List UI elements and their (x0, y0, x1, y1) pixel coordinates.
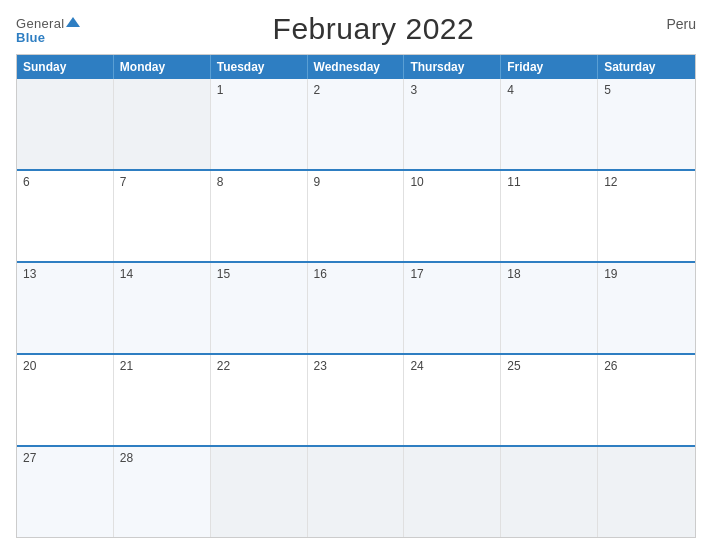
day-number: 9 (314, 175, 398, 189)
calendar-cell: 3 (404, 79, 501, 169)
header-day-monday: Monday (114, 55, 211, 79)
calendar-cell: 7 (114, 171, 211, 261)
page: General Blue February 2022 Peru SundayMo… (0, 0, 712, 550)
calendar-cell: 27 (17, 447, 114, 537)
calendar-cell: 16 (308, 263, 405, 353)
calendar-cell: 5 (598, 79, 695, 169)
day-number: 5 (604, 83, 689, 97)
day-number: 16 (314, 267, 398, 281)
calendar-cell: 28 (114, 447, 211, 537)
calendar-cell: 24 (404, 355, 501, 445)
calendar-cell: 6 (17, 171, 114, 261)
day-number: 17 (410, 267, 494, 281)
calendar-cell (114, 79, 211, 169)
day-number: 23 (314, 359, 398, 373)
day-number: 2 (314, 83, 398, 97)
calendar-cell: 23 (308, 355, 405, 445)
calendar-cell (404, 447, 501, 537)
calendar-cell: 22 (211, 355, 308, 445)
calendar-cell: 12 (598, 171, 695, 261)
day-number: 10 (410, 175, 494, 189)
calendar-cell: 11 (501, 171, 598, 261)
calendar-cell: 9 (308, 171, 405, 261)
day-number: 6 (23, 175, 107, 189)
day-number: 18 (507, 267, 591, 281)
logo: General Blue (16, 15, 80, 44)
calendar-cell: 20 (17, 355, 114, 445)
day-number: 27 (23, 451, 107, 465)
day-number: 14 (120, 267, 204, 281)
day-number: 1 (217, 83, 301, 97)
logo-general-text: General (16, 15, 80, 31)
calendar-cell (501, 447, 598, 537)
calendar-week-2: 6789101112 (17, 171, 695, 263)
logo-triangle-icon (66, 17, 80, 27)
day-number: 4 (507, 83, 591, 97)
day-number: 15 (217, 267, 301, 281)
day-number: 13 (23, 267, 107, 281)
calendar-cell (17, 79, 114, 169)
calendar-cell: 8 (211, 171, 308, 261)
header: General Blue February 2022 Peru (16, 12, 696, 46)
calendar-week-5: 2728 (17, 447, 695, 537)
header-day-tuesday: Tuesday (211, 55, 308, 79)
calendar-week-1: 12345 (17, 79, 695, 171)
header-day-wednesday: Wednesday (308, 55, 405, 79)
day-number: 21 (120, 359, 204, 373)
calendar: SundayMondayTuesdayWednesdayThursdayFrid… (16, 54, 696, 538)
header-day-thursday: Thursday (404, 55, 501, 79)
calendar-cell (308, 447, 405, 537)
day-number: 11 (507, 175, 591, 189)
calendar-cell: 17 (404, 263, 501, 353)
calendar-week-4: 20212223242526 (17, 355, 695, 447)
calendar-cell: 4 (501, 79, 598, 169)
day-number: 20 (23, 359, 107, 373)
calendar-cell: 25 (501, 355, 598, 445)
day-number: 25 (507, 359, 591, 373)
logo-blue-text: Blue (16, 31, 45, 44)
day-number: 24 (410, 359, 494, 373)
calendar-cell: 2 (308, 79, 405, 169)
day-number: 12 (604, 175, 689, 189)
header-day-sunday: Sunday (17, 55, 114, 79)
day-number: 19 (604, 267, 689, 281)
calendar-cell: 19 (598, 263, 695, 353)
calendar-cell: 14 (114, 263, 211, 353)
calendar-cell: 21 (114, 355, 211, 445)
header-day-friday: Friday (501, 55, 598, 79)
calendar-cell: 13 (17, 263, 114, 353)
calendar-cell (211, 447, 308, 537)
day-number: 7 (120, 175, 204, 189)
calendar-cell: 10 (404, 171, 501, 261)
day-number: 28 (120, 451, 204, 465)
calendar-cell: 1 (211, 79, 308, 169)
calendar-cell (598, 447, 695, 537)
day-number: 3 (410, 83, 494, 97)
calendar-header: SundayMondayTuesdayWednesdayThursdayFrid… (17, 55, 695, 79)
calendar-body: 1234567891011121314151617181920212223242… (17, 79, 695, 537)
calendar-cell: 18 (501, 263, 598, 353)
calendar-cell: 15 (211, 263, 308, 353)
calendar-week-3: 13141516171819 (17, 263, 695, 355)
country-label: Peru (666, 16, 696, 32)
day-number: 22 (217, 359, 301, 373)
calendar-title: February 2022 (273, 12, 475, 46)
header-day-saturday: Saturday (598, 55, 695, 79)
day-number: 8 (217, 175, 301, 189)
day-number: 26 (604, 359, 689, 373)
calendar-cell: 26 (598, 355, 695, 445)
